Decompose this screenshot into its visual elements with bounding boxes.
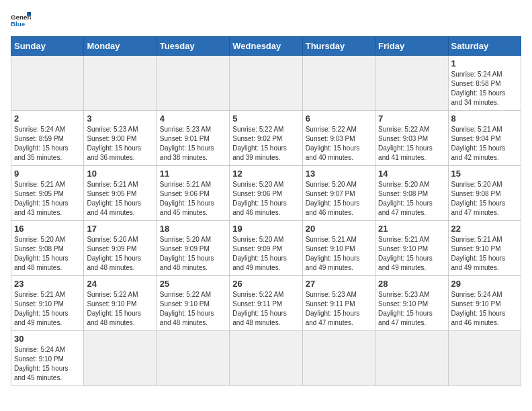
day-number: 5 [232,113,299,124]
calendar-week-row: 23Sunrise: 5:21 AM Sunset: 9:10 PM Dayli… [11,276,521,331]
day-number: 29 [451,279,518,289]
weekday-header-tuesday: Tuesday [157,37,229,56]
calendar-week-row: 1Sunrise: 5:24 AM Sunset: 8:58 PM Daylig… [11,56,521,111]
day-info: Sunrise: 5:21 AM Sunset: 9:10 PM Dayligh… [306,235,372,273]
day-number: 3 [87,113,153,124]
calendar-day-cell: 29Sunrise: 5:24 AM Sunset: 9:10 PM Dayli… [448,276,521,331]
day-number: 10 [87,169,153,179]
calendar-day-cell: 26Sunrise: 5:22 AM Sunset: 9:11 PM Dayli… [230,276,302,331]
day-number: 14 [378,169,445,179]
weekday-header-friday: Friday [375,37,448,56]
day-info: Sunrise: 5:21 AM Sunset: 9:10 PM Dayligh… [14,290,81,328]
day-number: 28 [378,279,445,289]
day-number: 7 [378,113,445,124]
calendar-day-cell: 11Sunrise: 5:21 AM Sunset: 9:06 PM Dayli… [157,166,229,221]
calendar-week-row: 30Sunrise: 5:24 AM Sunset: 9:10 PM Dayli… [11,331,521,386]
day-number: 21 [378,224,445,234]
calendar-day-cell: 10Sunrise: 5:21 AM Sunset: 9:05 PM Dayli… [84,166,157,221]
calendar-day-cell [448,331,521,386]
day-number: 15 [451,169,518,179]
logo: General Blue [11,11,35,30]
day-number: 17 [87,224,153,234]
day-info: Sunrise: 5:20 AM Sunset: 9:06 PM Dayligh… [232,180,299,218]
svg-text:Blue: Blue [11,20,26,28]
day-info: Sunrise: 5:23 AM Sunset: 9:00 PM Dayligh… [87,125,153,163]
calendar-week-row: 9Sunrise: 5:21 AM Sunset: 9:05 PM Daylig… [11,166,521,221]
day-info: Sunrise: 5:21 AM Sunset: 9:06 PM Dayligh… [160,180,226,218]
calendar-day-cell: 1Sunrise: 5:24 AM Sunset: 8:58 PM Daylig… [448,56,521,111]
day-info: Sunrise: 5:20 AM Sunset: 9:09 PM Dayligh… [232,235,299,273]
calendar-day-cell: 17Sunrise: 5:20 AM Sunset: 9:09 PM Dayli… [84,221,157,276]
calendar-day-cell: 4Sunrise: 5:23 AM Sunset: 9:01 PM Daylig… [157,111,229,166]
day-info: Sunrise: 5:20 AM Sunset: 9:09 PM Dayligh… [87,235,153,273]
calendar-day-cell: 16Sunrise: 5:20 AM Sunset: 9:08 PM Dayli… [11,221,84,276]
calendar-day-cell: 30Sunrise: 5:24 AM Sunset: 9:10 PM Dayli… [11,331,84,386]
day-number: 27 [306,279,372,289]
day-number: 23 [14,279,81,289]
calendar-day-cell [84,331,157,386]
day-info: Sunrise: 5:23 AM Sunset: 9:11 PM Dayligh… [306,290,372,328]
calendar-day-cell [157,56,229,111]
day-info: Sunrise: 5:21 AM Sunset: 9:10 PM Dayligh… [451,235,518,273]
weekday-header-saturday: Saturday [448,37,521,56]
day-info: Sunrise: 5:22 AM Sunset: 9:02 PM Dayligh… [232,125,299,163]
calendar-day-cell: 13Sunrise: 5:20 AM Sunset: 9:07 PM Dayli… [302,166,375,221]
calendar-day-cell [11,56,84,111]
day-info: Sunrise: 5:24 AM Sunset: 8:59 PM Dayligh… [14,125,81,163]
day-info: Sunrise: 5:20 AM Sunset: 9:07 PM Dayligh… [306,180,372,218]
calendar-day-cell: 12Sunrise: 5:20 AM Sunset: 9:06 PM Dayli… [230,166,302,221]
day-info: Sunrise: 5:20 AM Sunset: 9:09 PM Dayligh… [160,235,226,273]
day-info: Sunrise: 5:22 AM Sunset: 9:10 PM Dayligh… [160,290,226,328]
calendar-week-row: 2Sunrise: 5:24 AM Sunset: 8:59 PM Daylig… [11,111,521,166]
day-number: 25 [160,279,226,289]
day-number: 22 [451,224,518,234]
day-info: Sunrise: 5:22 AM Sunset: 9:03 PM Dayligh… [306,125,372,163]
calendar-day-cell: 21Sunrise: 5:21 AM Sunset: 9:10 PM Dayli… [375,221,448,276]
day-number: 26 [232,279,299,289]
calendar-day-cell: 19Sunrise: 5:20 AM Sunset: 9:09 PM Dayli… [230,221,302,276]
day-number: 1 [451,58,518,68]
weekday-header-thursday: Thursday [302,37,375,56]
day-info: Sunrise: 5:22 AM Sunset: 9:11 PM Dayligh… [232,290,299,328]
day-info: Sunrise: 5:24 AM Sunset: 9:10 PM Dayligh… [14,345,81,383]
day-info: Sunrise: 5:21 AM Sunset: 9:04 PM Dayligh… [451,125,518,163]
day-number: 18 [160,224,226,234]
calendar-day-cell: 7Sunrise: 5:22 AM Sunset: 9:03 PM Daylig… [375,111,448,166]
calendar-week-row: 16Sunrise: 5:20 AM Sunset: 9:08 PM Dayli… [11,221,521,276]
day-info: Sunrise: 5:24 AM Sunset: 9:10 PM Dayligh… [451,290,518,328]
calendar-day-cell [157,331,229,386]
calendar-day-cell: 8Sunrise: 5:21 AM Sunset: 9:04 PM Daylig… [448,111,521,166]
day-number: 30 [14,334,81,344]
calendar: SundayMondayTuesdayWednesdayThursdayFrid… [11,36,521,386]
day-info: Sunrise: 5:21 AM Sunset: 9:05 PM Dayligh… [14,180,81,218]
day-info: Sunrise: 5:20 AM Sunset: 9:08 PM Dayligh… [378,180,445,218]
header: General Blue [11,11,521,30]
day-info: Sunrise: 5:21 AM Sunset: 9:05 PM Dayligh… [87,180,153,218]
calendar-day-cell [84,56,157,111]
calendar-day-cell [375,56,448,111]
calendar-day-cell: 28Sunrise: 5:23 AM Sunset: 9:10 PM Dayli… [375,276,448,331]
calendar-day-cell: 22Sunrise: 5:21 AM Sunset: 9:10 PM Dayli… [448,221,521,276]
weekday-header-wednesday: Wednesday [230,37,302,56]
day-info: Sunrise: 5:20 AM Sunset: 9:08 PM Dayligh… [14,235,81,273]
day-number: 2 [14,113,81,124]
day-number: 4 [160,113,226,124]
day-number: 12 [232,169,299,179]
weekday-header-row: SundayMondayTuesdayWednesdayThursdayFrid… [11,37,521,56]
calendar-day-cell [375,331,448,386]
day-info: Sunrise: 5:23 AM Sunset: 9:01 PM Dayligh… [160,125,226,163]
calendar-day-cell: 27Sunrise: 5:23 AM Sunset: 9:11 PM Dayli… [302,276,375,331]
day-number: 6 [306,113,372,124]
day-number: 9 [14,169,81,179]
calendar-day-cell [302,331,375,386]
day-info: Sunrise: 5:20 AM Sunset: 9:08 PM Dayligh… [451,180,518,218]
calendar-day-cell: 6Sunrise: 5:22 AM Sunset: 9:03 PM Daylig… [302,111,375,166]
calendar-day-cell: 5Sunrise: 5:22 AM Sunset: 9:02 PM Daylig… [230,111,302,166]
day-info: Sunrise: 5:22 AM Sunset: 9:03 PM Dayligh… [378,125,445,163]
calendar-day-cell: 2Sunrise: 5:24 AM Sunset: 8:59 PM Daylig… [11,111,84,166]
calendar-day-cell: 25Sunrise: 5:22 AM Sunset: 9:10 PM Dayli… [157,276,229,331]
day-info: Sunrise: 5:22 AM Sunset: 9:10 PM Dayligh… [87,290,153,328]
calendar-day-cell [230,56,302,111]
weekday-header-monday: Monday [84,37,157,56]
day-number: 16 [14,224,81,234]
